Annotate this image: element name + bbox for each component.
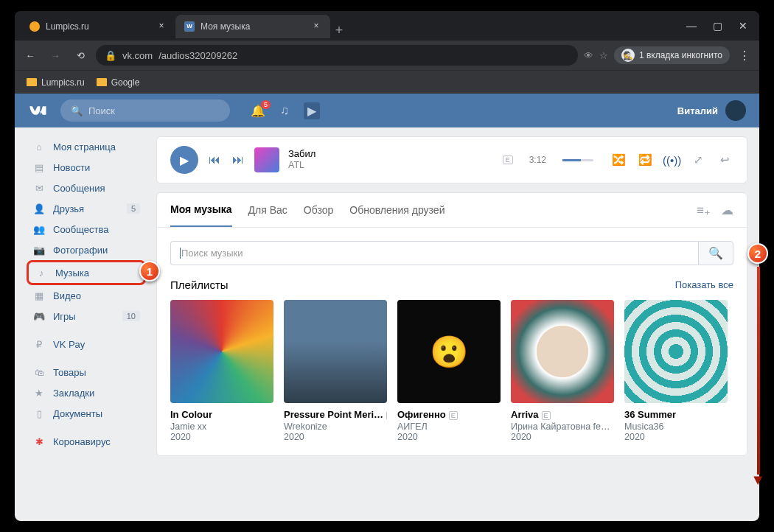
sidebar-item-groups[interactable]: 👥Сообщества xyxy=(27,219,146,239)
close-icon[interactable]: × xyxy=(311,21,321,32)
playlist-card[interactable]: Pressure Point Meri…EWrekonize2020 xyxy=(284,300,387,442)
maximize-icon[interactable]: ▢ xyxy=(713,20,722,32)
music-section: Моя музыка Для Вас Обзор Обновления друз… xyxy=(156,192,747,456)
sidebar-item-bookmarks[interactable]: ★Закладки xyxy=(27,382,146,403)
groups-icon: 👥 xyxy=(32,223,46,236)
close-icon[interactable]: × xyxy=(156,21,167,32)
annotation-marker-1: 1 xyxy=(139,261,160,281)
playlist-card[interactable]: In ColourJamie xx2020 xyxy=(170,300,273,442)
browser-menu[interactable]: ⋮ xyxy=(736,49,753,63)
vk-favicon-icon: W xyxy=(184,21,195,32)
tab-vk-music[interactable]: W Моя музыка × xyxy=(175,15,330,38)
forward-button[interactable]: → xyxy=(46,46,65,65)
upload-icon[interactable]: ☁ xyxy=(721,203,733,218)
main-content: ▶ ⏮ ⏭ Забил ATL E 3:12 🔀 🔁 ((•)) ⤢ xyxy=(156,136,747,456)
back-button[interactable]: ← xyxy=(21,46,40,65)
lock-icon: 🔒 xyxy=(105,50,116,61)
sidebar-item-friends[interactable]: 👤Друзья5 xyxy=(27,198,146,219)
playlist-card[interactable]: 36 SummerMusica362020 xyxy=(624,300,728,442)
tab-my-music[interactable]: Моя музыка xyxy=(170,193,232,227)
volume-slider[interactable] xyxy=(562,159,593,161)
address-bar: ← → ⟲ 🔒 vk.com/audios320209262 👁 ☆ 🕵 1 в… xyxy=(15,41,759,70)
folder-icon xyxy=(27,78,37,86)
explicit-icon: E xyxy=(386,411,387,420)
sidebar-item-vkpay[interactable]: ₽VK Pay xyxy=(27,334,146,354)
play-button[interactable]: ▶ xyxy=(170,146,198,174)
sidebar-item-home[interactable]: ⌂Моя страница xyxy=(27,136,146,157)
tab-friend-updates[interactable]: Обновления друзей xyxy=(349,194,444,226)
music-icon[interactable]: ♫ xyxy=(280,104,289,117)
favicon-icon xyxy=(29,21,40,32)
music-search-button[interactable]: 🔍 xyxy=(698,241,733,265)
tab-title: Lumpics.ru xyxy=(46,21,89,32)
new-tab-button[interactable]: + xyxy=(330,23,348,38)
user-menu[interactable]: Виталий xyxy=(677,100,746,121)
tab-strip: Lumpics.ru × W Моя музыка × + xyxy=(21,13,348,38)
notifications-icon[interactable]: 🔔5 xyxy=(251,104,265,118)
home-icon: ⌂ xyxy=(32,140,46,153)
audio-player: ▶ ⏮ ⏭ Забил ATL E 3:12 🔀 🔁 ((•)) ⤢ xyxy=(156,136,747,183)
annotation-arrow xyxy=(757,267,760,475)
music-icon: ♪ xyxy=(35,266,48,279)
search-placeholder: Поиск xyxy=(88,105,115,116)
shop-icon: 🛍 xyxy=(32,365,46,379)
explicit-icon: E xyxy=(542,411,551,420)
star-icon[interactable]: ☆ xyxy=(599,50,608,61)
sidebar-item-games[interactable]: 🎮Игры10 xyxy=(27,306,146,326)
track-cover xyxy=(254,147,279,172)
show-all-link[interactable]: Показать все xyxy=(675,279,733,290)
sidebar-item-music[interactable]: ♪Музыка 1 xyxy=(27,260,146,285)
repeat-icon[interactable]: 🔁 xyxy=(636,153,654,167)
vk-search[interactable]: 🔍 Поиск xyxy=(60,99,230,122)
sidebar-item-news[interactable]: ▤Новости xyxy=(27,157,146,178)
playlist-art xyxy=(284,300,387,403)
music-tabs: Моя музыка Для Вас Обзор Обновления друз… xyxy=(157,193,747,228)
sidebar-item-covid[interactable]: ✱Коронавирус xyxy=(27,431,146,452)
reload-button[interactable]: ⟲ xyxy=(71,46,90,65)
playlist-art xyxy=(170,300,273,403)
sidebar: ⌂Моя страница ▤Новости ✉Сообщения 👤Друзь… xyxy=(27,136,146,456)
sidebar-item-market[interactable]: 🛍Товары xyxy=(27,362,146,382)
playlists-title: Плейлисты xyxy=(170,279,229,291)
sidebar-item-video[interactable]: ▦Видео xyxy=(27,285,146,306)
arrow-down-icon: ▼ xyxy=(750,472,765,489)
prev-button[interactable]: ⏮ xyxy=(207,153,222,167)
expand-icon[interactable]: ⤢ xyxy=(689,153,707,167)
add-playlist-icon[interactable]: ≡₊ xyxy=(697,203,711,218)
tracking-icon[interactable]: 👁 xyxy=(584,50,593,61)
close-window-icon[interactable]: ✕ xyxy=(739,20,747,32)
incognito-icon: 🕵 xyxy=(621,49,635,62)
minimize-icon[interactable]: — xyxy=(686,20,697,32)
sidebar-item-messages[interactable]: ✉Сообщения xyxy=(27,178,146,198)
bookmark-google[interactable]: Google xyxy=(97,77,140,88)
virus-icon: ✱ xyxy=(32,435,46,448)
bookmark-lumpics[interactable]: Lumpics.ru xyxy=(27,77,85,88)
url-field[interactable]: 🔒 vk.com/audios320209262 xyxy=(96,45,578,66)
bookmarks-bar: Lumpics.ru Google xyxy=(15,70,759,94)
playlist-art xyxy=(511,300,614,403)
share-icon[interactable]: ↩ xyxy=(716,153,733,167)
vk-logo-icon[interactable] xyxy=(28,104,49,117)
playlist-art: 😮 xyxy=(397,300,501,403)
tab-browse[interactable]: Обзор xyxy=(304,194,333,226)
titlebar: Lumpics.ru × W Моя музыка × + — ▢ ✕ xyxy=(15,11,759,41)
next-button[interactable]: ⏭ xyxy=(231,153,245,167)
playlist-card[interactable]: 😮ОфигенноEАИГЕЛ2020 xyxy=(397,300,501,442)
photos-icon: 📷 xyxy=(32,243,46,256)
tab-lumpics[interactable]: Lumpics.ru × xyxy=(21,15,175,38)
window-controls: — ▢ ✕ xyxy=(686,20,753,32)
track-title: Забил xyxy=(288,148,315,160)
playlist-card[interactable]: ArrivaEИрина Кайратовна fe…2020 xyxy=(511,300,614,442)
broadcast-icon[interactable]: ((•)) xyxy=(663,154,680,167)
video-play-icon[interactable]: ▶ xyxy=(304,102,320,119)
friends-icon: 👤 xyxy=(32,202,46,215)
music-search-input[interactable]: Поиск музыки xyxy=(170,241,698,265)
sidebar-item-photos[interactable]: 📷Фотографии xyxy=(27,239,146,260)
shuffle-icon[interactable]: 🔀 xyxy=(610,153,627,167)
browser-window: Lumpics.ru × W Моя музыка × + — ▢ ✕ ← → … xyxy=(15,11,759,521)
sidebar-item-docs[interactable]: ▯Документы xyxy=(27,403,146,424)
incognito-badge[interactable]: 🕵 1 вкладка инкогнито xyxy=(614,46,730,64)
tab-for-you[interactable]: Для Вас xyxy=(248,194,287,226)
playlist-art xyxy=(624,300,728,403)
track-info: Забил ATL xyxy=(288,148,315,172)
